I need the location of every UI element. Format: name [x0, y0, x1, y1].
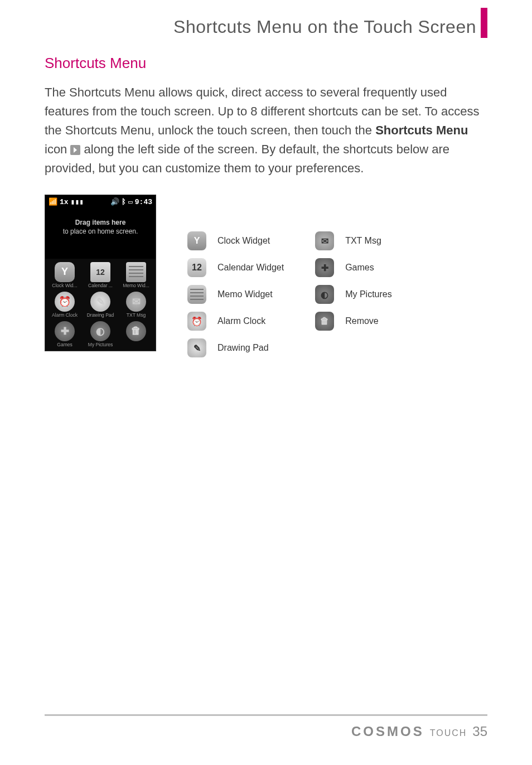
phone-shortcut-label: Calendar ... — [83, 283, 118, 288]
para-text-3: along the left side of the screen. By de… — [45, 142, 449, 175]
legend-label: TXT Msg — [345, 236, 381, 246]
legend-col-2: ✉TXT Msg✚Games◐My Pictures🗑Remove — [315, 231, 392, 357]
phone-shortcut-label: My Pictures — [83, 342, 118, 347]
legend-label: Games — [345, 263, 374, 273]
legend-item-cal: 12Calendar Widget — [187, 258, 284, 277]
legend-label: Alarm Clock — [217, 316, 265, 326]
signal-icon: 📶 — [49, 197, 57, 206]
brand-name: COSMOS — [351, 724, 424, 739]
rem-icon: 🗑 — [315, 312, 334, 331]
phone-shortcut-label: Memo Wid... — [119, 283, 153, 288]
legend-item-alarm: ⏰Alarm Clock — [187, 312, 284, 331]
legend-col-1: YClock Widget12Calendar WidgetMemo Widge… — [187, 231, 284, 357]
phone-drag-zone: Drag items here to place on home screen. — [45, 209, 156, 258]
phone-shortcut-label: Drawing Pad — [83, 312, 118, 318]
phone-shortcut-label: Clock Wid... — [47, 283, 82, 288]
shortcuts-menu-inline-icon — [70, 145, 80, 155]
title-accent-bar — [481, 8, 487, 38]
clock-icon: Y — [187, 231, 206, 250]
legend-label: Drawing Pad — [217, 343, 269, 353]
phone-shortcut-alarm: ⏰Alarm Clock — [47, 290, 82, 319]
alarm-icon: ⏰ — [55, 292, 75, 312]
legend-label: My Pictures — [345, 289, 392, 299]
drag-line-2: to place on home screen. — [50, 227, 151, 236]
phone-status-bar: 📶 1x ▮▮▮ 🔊 ᛒ ▭ 9:43 — [45, 195, 156, 209]
legend-label: Calendar Widget — [217, 263, 284, 273]
footer-rule — [45, 714, 487, 716]
shortcuts-menu-strong: Shortcuts Menu — [375, 123, 468, 137]
brand-sub: TOUCH — [430, 728, 467, 738]
txt-icon: ✉ — [126, 292, 146, 312]
phone-shortcut-clock: YClock Wid... — [47, 261, 82, 289]
sound-icon: 🔊 — [110, 197, 119, 206]
phone-shortcut-txt: ✉TXT Msg — [119, 290, 153, 319]
rem-icon: 🗑 — [126, 321, 146, 341]
game-icon: ✚ — [55, 321, 75, 341]
legend-label: Clock Widget — [217, 236, 270, 246]
bluetooth-icon: ᛒ — [122, 198, 126, 206]
phone-shortcut-label: Alarm Clock — [47, 312, 82, 318]
phone-shortcut-label: Games — [47, 342, 82, 347]
cal-icon: 12 — [90, 262, 110, 282]
memo-icon — [187, 285, 206, 304]
legend-item-clock: YClock Widget — [187, 231, 284, 250]
page-number: 35 — [472, 724, 487, 739]
phone-shortcut-label: TXT Msg — [119, 312, 153, 318]
phone-shortcut-cal: 12Calendar ... — [83, 261, 118, 289]
alarm-icon: ⏰ — [187, 312, 206, 331]
signal-bars-icon: ▮▮▮ — [71, 197, 84, 206]
memo-icon — [126, 262, 146, 282]
phone-shortcut-memo: Memo Wid... — [119, 261, 153, 289]
clock-label: 9:43 — [135, 198, 152, 206]
section-heading: Shortcuts Menu — [45, 55, 487, 72]
phone-shortcut-game: ✚Games — [47, 320, 82, 348]
phone-shortcut-draw: ✎Drawing Pad — [83, 290, 118, 319]
legend: YClock Widget12Calendar WidgetMemo Widge… — [187, 195, 392, 357]
drag-line-1: Drag items here — [50, 219, 151, 227]
legend-item-txt: ✉TXT Msg — [315, 231, 392, 250]
legend-item-pic: ◐My Pictures — [315, 285, 392, 304]
draw-icon: ✎ — [187, 338, 206, 357]
para-text-2: icon — [45, 142, 70, 156]
legend-item-draw: ✎Drawing Pad — [187, 338, 284, 357]
clock-icon: Y — [55, 262, 75, 282]
intro-paragraph: The Shortcuts Menu allows quick, direct … — [45, 83, 487, 178]
phone-shortcut-pic: ◐My Pictures — [83, 320, 118, 348]
pic-icon: ◐ — [315, 285, 334, 304]
legend-label: Memo Widget — [217, 289, 273, 299]
legend-item-memo: Memo Widget — [187, 285, 284, 304]
network-label: 1x — [60, 198, 69, 206]
legend-label: Remove — [345, 316, 379, 326]
battery-icon: ▭ — [128, 197, 133, 206]
cal-icon: 12 — [187, 258, 206, 277]
legend-item-rem: 🗑Remove — [315, 312, 392, 331]
page-title-bar: Shortcuts Menu on the Touch Screen — [45, 17, 487, 38]
draw-icon: ✎ — [90, 292, 110, 312]
game-icon: ✚ — [315, 258, 334, 277]
phone-shortcut-grid: YClock Wid...12Calendar ...Memo Wid...⏰A… — [45, 259, 156, 351]
phone-screenshot: 📶 1x ▮▮▮ 🔊 ᛒ ▭ 9:43 Drag items here to p… — [45, 195, 156, 351]
phone-shortcut-rem: 🗑 — [119, 320, 153, 348]
page-title: Shortcuts Menu on the Touch Screen — [173, 17, 481, 38]
legend-item-game: ✚Games — [315, 258, 392, 277]
txt-icon: ✉ — [315, 231, 334, 250]
footer: COSMOS TOUCH 35 — [351, 724, 487, 739]
pic-icon: ◐ — [90, 321, 110, 341]
